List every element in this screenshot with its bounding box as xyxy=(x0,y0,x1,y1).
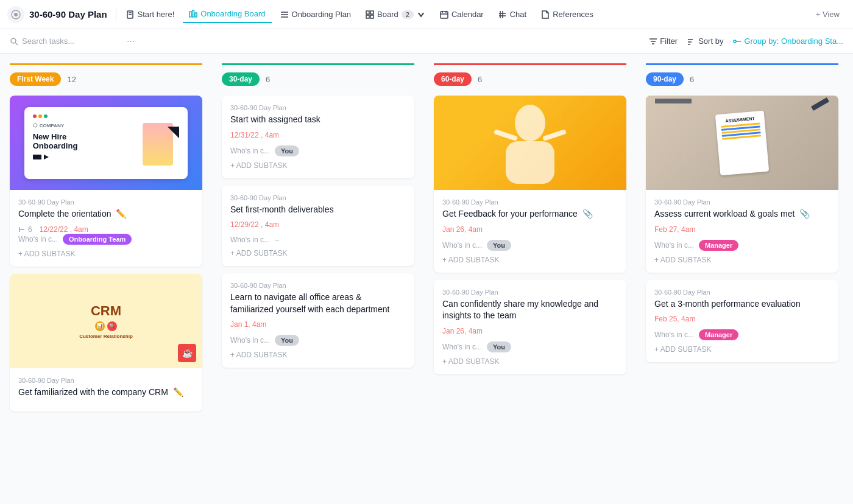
card-body-4: 30-60-90 Day Plan Set first-month delive… xyxy=(222,186,414,267)
doc-icon xyxy=(541,10,550,19)
card-date-9: Feb 25, 4am xyxy=(654,315,830,323)
sort-label: Sort by xyxy=(698,37,723,46)
card-meta-1: Who's in c... Onboarding Team xyxy=(18,234,194,245)
card-assess-workload[interactable]: ASSESSMENT 30-60-90 Day Plan Assess curr… xyxy=(646,96,838,273)
card-body-5: 30-60-90 Day Plan Learn to navigate all … xyxy=(222,273,414,368)
card-body-7: 30-60-90 Day Plan Can confidently share … xyxy=(434,280,626,374)
play-icon xyxy=(44,155,49,159)
card-meta-8: Who's in c... Manager xyxy=(654,240,830,251)
add-subtask-3[interactable]: + ADD SUBTASK xyxy=(230,161,406,170)
nav-item-start-here[interactable]: Start here! xyxy=(120,6,181,23)
nav-item-board[interactable]: Board 2 xyxy=(359,6,431,23)
add-subtask-7[interactable]: + ADD SUBTASK xyxy=(442,357,618,366)
card-feedback[interactable]: 30-60-90 Day Plan Get Feedback for your … xyxy=(434,96,626,273)
svg-rect-7 xyxy=(195,13,197,17)
crm-card-image: CRM 📊 🔍 Customer Relationship ☕ xyxy=(10,274,202,368)
top-nav: 30-60-90 Day Plan Start here! Onboarding… xyxy=(0,0,853,29)
card-plan-7: 30-60-90 Day Plan xyxy=(442,289,618,296)
svg-rect-14 xyxy=(370,15,373,18)
col-header-first-week: First Week 12 xyxy=(10,72,202,86)
card-confidently-share[interactable]: 30-60-90 Day Plan Can confidently share … xyxy=(434,280,626,374)
filter-button[interactable]: Filter xyxy=(649,37,678,46)
add-subtask-1[interactable]: + ADD SUBTASK xyxy=(18,250,194,258)
add-subtask-5[interactable]: + ADD SUBTASK xyxy=(230,351,406,359)
card-plan-4: 30-60-90 Day Plan xyxy=(230,194,406,201)
nav-item-onboarding-board[interactable]: Onboarding Board xyxy=(183,5,271,23)
clip-icon-2: ✏️ xyxy=(173,387,183,399)
card-body-6: 30-60-90 Day Plan Get Feedback for your … xyxy=(434,190,626,273)
card-title-7: Can confidently share my knowledge and i… xyxy=(442,298,618,322)
add-view-button[interactable]: + View xyxy=(810,6,846,23)
calendar-icon xyxy=(440,10,448,19)
card-body-1: 30-60-90 Day Plan Complete the orientati… xyxy=(10,190,202,267)
card-body-9: 30-60-90 Day Plan Get a 3-month performa… xyxy=(646,280,838,363)
col-count-90day: 6 xyxy=(690,75,694,84)
svg-rect-15 xyxy=(441,12,448,18)
nav-item-references[interactable]: References xyxy=(535,6,599,23)
crm-label: CRM xyxy=(79,303,133,319)
col-badge-30day: 30-day xyxy=(222,72,260,86)
svg-rect-36 xyxy=(506,141,554,184)
sort-button[interactable]: Sort by xyxy=(687,37,723,46)
nav-item-chat[interactable]: Chat xyxy=(492,6,533,23)
assignee-badge-4: – xyxy=(275,235,279,244)
subtask-tree-icon xyxy=(18,226,26,233)
card-body-2: 30-60-90 Day Plan Get familiarized with … xyxy=(10,368,202,412)
add-subtask-8[interactable]: + ADD SUBTASK xyxy=(654,256,830,264)
search-input[interactable] xyxy=(22,37,119,46)
svg-point-1 xyxy=(14,13,18,16)
card-date-1: 12/22/22 , 4am xyxy=(40,225,88,234)
whos-in-c-3: Who's in c... xyxy=(230,147,270,155)
add-subtask-6[interactable]: + ADD SUBTASK xyxy=(442,256,618,264)
card-date-6: Jan 26, 4am xyxy=(442,225,618,234)
whos-in-c-4: Who's in c... xyxy=(230,236,270,244)
toolbar: ··· Filter Sort by Group by: Onboarding … xyxy=(0,29,853,54)
assignee-badge-6: You xyxy=(487,240,511,251)
nav-item-onboarding-plan[interactable]: Onboarding Plan xyxy=(274,6,358,23)
group-by-button[interactable]: Group by: Onboarding Sta... xyxy=(733,37,843,46)
crm-icons: 📊 🔍 xyxy=(79,321,133,331)
assignee-badge-8: Manager xyxy=(699,240,738,251)
app-title: 30-60-90 Day Plan xyxy=(29,9,107,19)
person-card-image xyxy=(434,96,626,190)
assessment-card-image: ASSESSMENT xyxy=(646,96,838,190)
board-icon xyxy=(189,10,197,18)
col-count-60day: 6 xyxy=(478,75,482,84)
card-performance-eval[interactable]: 30-60-90 Day Plan Get a 3-month performa… xyxy=(646,280,838,363)
card-plan-9: 30-60-90 Day Plan xyxy=(654,289,830,296)
card-date-7: Jan 26, 4am xyxy=(442,327,618,335)
onboarding-card-image: COMPANY New HireOnboarding xyxy=(10,96,202,190)
sort-icon xyxy=(687,37,696,46)
whos-in-c-7: Who's in c... xyxy=(442,343,482,351)
card-title-8: Assess current workload & goals met 📎 xyxy=(654,208,830,220)
nav-item-calendar[interactable]: Calendar xyxy=(434,6,490,23)
svg-point-23 xyxy=(11,38,16,43)
more-options-button[interactable]: ··· xyxy=(127,36,135,47)
col-count-30day: 6 xyxy=(266,75,270,84)
column-60day: 60-day 6 30-60-90 Day Plan xyxy=(424,63,636,504)
company-label: COMPANY xyxy=(33,123,138,128)
ruler-decoration xyxy=(655,99,692,103)
crm-inner: CRM 📊 🔍 Customer Relationship xyxy=(79,303,133,339)
card-complete-orientation[interactable]: COMPANY New HireOnboarding xyxy=(10,96,202,267)
onboarding-dots xyxy=(33,114,180,118)
card-meta-3: Who's in c... You xyxy=(230,145,406,156)
col-header-60day: 60-day 6 xyxy=(434,72,626,86)
card-plan-1: 30-60-90 Day Plan xyxy=(18,198,194,206)
add-subtask-9[interactable]: + ADD SUBTASK xyxy=(654,345,830,354)
assignee-badge-7: You xyxy=(487,341,511,352)
svg-rect-13 xyxy=(366,15,369,18)
card-navigate-office[interactable]: 30-60-90 Day Plan Learn to navigate all … xyxy=(222,273,414,368)
card-start-assigned[interactable]: 30-60-90 Day Plan Start with assigned ta… xyxy=(222,96,414,178)
column-wrap-30day: 30-day 6 30-60-90 Day Plan Start with as… xyxy=(222,63,414,368)
card-date-8: Feb 27, 4am xyxy=(654,225,830,234)
card-crm[interactable]: CRM 📊 🔍 Customer Relationship ☕ 30-60-90… xyxy=(10,274,202,412)
onboarding-card-inner: COMPANY New HireOnboarding xyxy=(24,107,188,179)
card-deliverables[interactable]: 30-60-90 Day Plan Set first-month delive… xyxy=(222,186,414,267)
add-subtask-4[interactable]: + ADD SUBTASK xyxy=(230,249,406,257)
column-wrap-first-week: First Week 12 xyxy=(10,63,202,411)
group-icon xyxy=(733,37,742,46)
card-plan-2: 30-60-90 Day Plan xyxy=(18,377,194,384)
card-plan-8: 30-60-90 Day Plan xyxy=(654,198,830,206)
col-badge-first-week: First Week xyxy=(10,72,61,86)
